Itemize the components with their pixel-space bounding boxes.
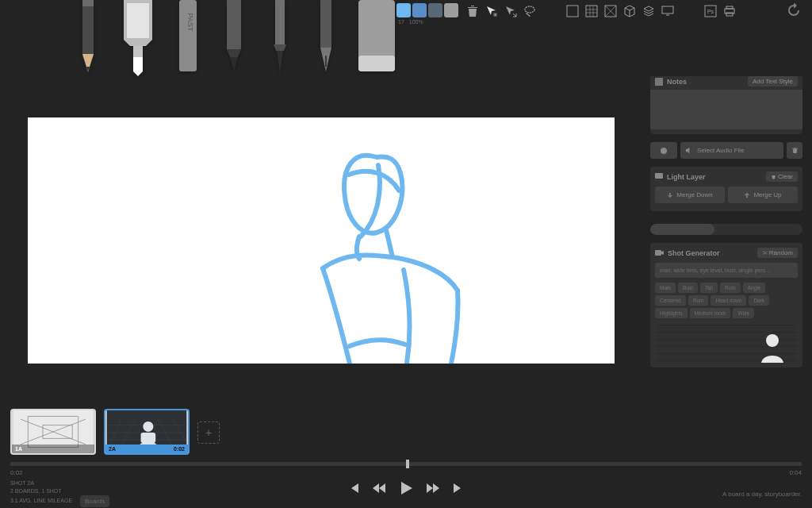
svg-rect-14 xyxy=(726,6,733,9)
add-board-button[interactable]: + xyxy=(197,421,220,444)
notes-panel: Notes Add Text Style xyxy=(650,76,802,134)
right-panel-column: Notes Add Text Style Select Audio File L… xyxy=(650,76,802,368)
svg-rect-7 xyxy=(567,6,578,17)
svg-point-17 xyxy=(661,148,667,154)
record-audio-button[interactable] xyxy=(650,142,677,159)
merge-up-button[interactable]: Merge Up xyxy=(728,187,798,203)
arrow-tool-icon[interactable]: + xyxy=(485,5,498,17)
drawing-canvas[interactable] xyxy=(28,117,615,364)
status-shot: SHOT 2A xyxy=(10,479,109,487)
add-text-style-button[interactable]: Add Text Style xyxy=(748,76,798,87)
monitor-icon[interactable] xyxy=(661,5,674,17)
board-thumbnail-1[interactable]: 1A xyxy=(10,409,96,455)
shot-chip[interactable]: Tall xyxy=(700,283,718,293)
shot-chip[interactable]: Angle xyxy=(743,283,766,293)
brush-opacity-label: 100% xyxy=(409,19,423,25)
shot-chip[interactable]: Male xyxy=(655,283,676,293)
highlighter-tool[interactable] xyxy=(117,0,159,76)
svg-text:Ps: Ps xyxy=(707,9,714,14)
lasso-icon[interactable] xyxy=(523,5,536,17)
grid-perspective-icon[interactable] xyxy=(604,5,617,17)
cube-icon[interactable] xyxy=(623,5,636,17)
top-right-toolbar: 17 100% + Ps xyxy=(396,3,801,25)
svg-rect-24 xyxy=(141,433,156,443)
merge-down-button[interactable]: Merge Down xyxy=(655,187,725,203)
arrow-scale-icon[interactable] xyxy=(504,5,517,17)
shot-chip[interactable]: Rom xyxy=(688,295,709,306)
grid-thirds-icon[interactable] xyxy=(585,5,598,17)
shot-chip[interactable]: Medium room xyxy=(690,308,731,318)
status-bar-left: SHOT 2A 2 BOARDS, 1 SHOT 3.1 AVG. LINE M… xyxy=(10,479,109,507)
boards-toggle[interactable]: Boards xyxy=(80,495,109,507)
shot-chip[interactable]: Head down xyxy=(710,295,746,306)
svg-rect-8 xyxy=(586,6,597,17)
shot-chip[interactable]: Dark xyxy=(749,295,769,306)
shot-chip[interactable]: Highlights xyxy=(655,308,688,318)
svg-rect-16 xyxy=(655,78,663,86)
speaker-icon xyxy=(685,147,692,154)
light-slider[interactable] xyxy=(650,224,802,235)
pastel-tool[interactable]: PAST xyxy=(171,0,205,76)
prev-board-button[interactable] xyxy=(347,481,361,495)
eraser-tool[interactable] xyxy=(355,0,398,76)
export-icons-group: Ps xyxy=(704,3,736,17)
svg-text:+: + xyxy=(494,12,496,17)
swatch-1[interactable] xyxy=(396,3,411,17)
status-boards: 2 BOARDS, 1 SHOT xyxy=(10,488,62,494)
light-layer-title: Light Layer xyxy=(667,173,706,181)
time-left: 0:02 xyxy=(10,469,23,476)
clear-light-layer-button[interactable]: Clear xyxy=(766,171,798,182)
shuffle-icon xyxy=(762,250,768,256)
play-button[interactable] xyxy=(397,479,415,497)
swatch-2[interactable] xyxy=(412,3,427,17)
selection-tool-group: + xyxy=(466,3,536,17)
thumb-1-label: 1A xyxy=(15,446,22,452)
svg-rect-18 xyxy=(655,173,663,179)
shot-generator-panel: Shot Generator Random man, wide lens, ey… xyxy=(650,243,802,368)
svg-rect-19 xyxy=(655,250,661,256)
shot-chip[interactable]: Wide xyxy=(733,308,754,318)
shot-chips: MaleBustTallRomAngleCenteredRomHead down… xyxy=(655,283,798,321)
svg-point-23 xyxy=(143,421,153,432)
rewind-button[interactable] xyxy=(372,481,386,495)
print-icon[interactable] xyxy=(723,5,736,17)
marker-tool[interactable] xyxy=(217,0,251,76)
pencil-tool[interactable] xyxy=(71,0,105,76)
select-audio-button[interactable]: Select Audio File xyxy=(680,142,783,159)
audio-panel: Select Audio File xyxy=(650,142,802,159)
brush-toolbar: PAST xyxy=(71,0,398,76)
timeline-track[interactable] xyxy=(10,462,802,466)
shot-preview xyxy=(655,325,798,363)
view-icons-group xyxy=(566,3,674,17)
shot-chip[interactable]: Bust xyxy=(678,283,698,293)
layers-icon[interactable] xyxy=(642,5,655,17)
svg-text:PAST: PAST xyxy=(186,13,194,32)
shot-chip[interactable]: Rom xyxy=(720,283,741,293)
psd-icon[interactable]: Ps xyxy=(704,5,717,17)
pen-tool[interactable] xyxy=(309,0,343,76)
time-right: 0:04 xyxy=(789,469,802,476)
thumb-2-dur: 0:02 xyxy=(174,446,185,452)
notes-textarea[interactable] xyxy=(650,90,802,129)
shot-chip[interactable]: Centered xyxy=(655,295,686,306)
next-board-button[interactable] xyxy=(451,481,465,495)
fast-forward-button[interactable] xyxy=(426,481,440,495)
playhead[interactable] xyxy=(406,460,409,468)
delete-audio-button[interactable] xyxy=(787,142,802,159)
trash-icon[interactable] xyxy=(466,5,479,17)
merge-up-icon xyxy=(744,192,750,198)
status-avg: 3.1 AVG. LINE MILEAGE xyxy=(10,498,72,503)
swatch-4[interactable] xyxy=(444,3,458,17)
svg-point-6 xyxy=(525,6,534,13)
brush-tool[interactable] xyxy=(263,0,297,76)
board-thumbnail-2[interactable]: 2A0:02 xyxy=(104,409,190,455)
notes-icon xyxy=(655,78,663,86)
swatch-3[interactable] xyxy=(428,3,442,17)
grid-icon[interactable] xyxy=(566,5,579,17)
svg-point-20 xyxy=(766,334,779,347)
refresh-icon[interactable] xyxy=(787,3,801,17)
random-shot-button[interactable]: Random xyxy=(757,248,798,258)
light-layer-panel: Light Layer Clear Merge Down Merge Up xyxy=(650,167,802,211)
shot-prompt-input[interactable]: man, wide lens, eye level, bust, single … xyxy=(655,263,798,278)
svg-rect-3 xyxy=(358,56,395,71)
